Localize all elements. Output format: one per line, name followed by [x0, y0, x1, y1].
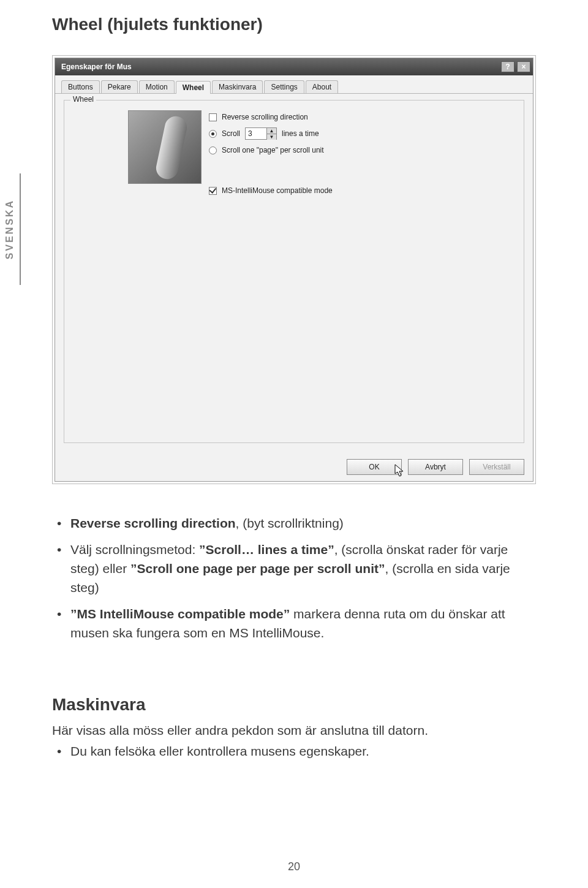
maskinvara-intro: Här visas alla möss eller andra pekdon s…: [52, 721, 518, 740]
maskinvara-bullets: • Du kan felsöka eller kontrollera musen…: [52, 742, 518, 761]
wheel-controls: Reverse scrolling direction Scroll 3 ▲ ▼: [209, 110, 516, 195]
tab-about[interactable]: About: [306, 80, 338, 93]
wheel-image: [128, 110, 202, 184]
tab-wheel[interactable]: Wheel: [176, 81, 211, 94]
intellimouse-checkbox[interactable]: [209, 187, 217, 195]
bullet2-term2: ”Scroll one page per page per scroll uni…: [130, 561, 385, 575]
tab-pekare[interactable]: Pekare: [101, 80, 138, 93]
lines-suffix-label: lines a time: [282, 129, 319, 138]
maskinvara-heading: Maskinvara: [52, 695, 146, 715]
spinner-up-icon[interactable]: ▲: [266, 128, 276, 134]
apply-button[interactable]: Verkställ: [469, 459, 524, 475]
titlebar-text: Egenskaper för Mus: [61, 63, 132, 71]
tab-settings[interactable]: Settings: [264, 80, 304, 93]
groupbox-label: Wheel: [70, 95, 96, 104]
dialog-buttons: OK Avbryt Verkställ: [55, 453, 533, 481]
language-side-tab-label: SVENSKA: [4, 199, 15, 259]
tabs-row: Buttons Pekare Motion Wheel Maskinvara S…: [55, 75, 533, 94]
titlebar: Egenskaper för Mus ? ×: [55, 58, 533, 75]
tab-motion[interactable]: Motion: [139, 80, 175, 93]
scroll-lines-radio[interactable]: [209, 130, 217, 138]
dialog-screenshot: Egenskaper för Mus ? × Buttons Pekare Mo…: [52, 55, 536, 484]
lines-value[interactable]: 3: [246, 128, 266, 139]
reverse-checkbox[interactable]: [209, 113, 217, 121]
bullet-reverse-tail: , (byt scrollriktning): [236, 516, 344, 530]
bullet-reverse-term: Reverse scrolling direction: [70, 516, 236, 530]
bullet2-term1: ”Scroll… lines a time”: [199, 542, 334, 556]
language-side-tab: SVENSKA: [0, 173, 21, 285]
tab-buttons[interactable]: Buttons: [61, 80, 100, 93]
scroll-page-radio[interactable]: [209, 146, 217, 154]
page-number: 20: [0, 860, 588, 873]
help-button[interactable]: ?: [501, 61, 514, 72]
page-title: Wheel (hjulets funktioner): [52, 15, 263, 34]
wheel-groupbox: Wheel Reverse scrolling direction Scroll: [64, 100, 524, 443]
mouse-properties-dialog: Egenskaper för Mus ? × Buttons Pekare Mo…: [55, 58, 533, 482]
spinner-down-icon[interactable]: ▼: [266, 134, 276, 140]
bullet-scroll-method: Välj scrollningsmetod: ”Scroll… lines a …: [52, 540, 518, 597]
tab-maskinvara[interactable]: Maskinvara: [212, 80, 263, 93]
reverse-label: Reverse scrolling direction: [222, 113, 308, 121]
bullet-reverse: Reverse scrolling direction, (byt scroll…: [52, 514, 518, 533]
cancel-button[interactable]: Avbryt: [408, 459, 463, 475]
scroll-label: Scroll: [222, 129, 240, 138]
bullet3-term: ”MS IntelliMouse compatible mode”: [70, 607, 290, 621]
close-button[interactable]: ×: [517, 61, 530, 72]
bullet2-lead: Välj scrollningsmetod:: [70, 542, 199, 556]
intellimouse-label: MS-IntelliMouse compatible mode: [222, 186, 333, 195]
tab-body: Wheel Reverse scrolling direction Scroll: [55, 94, 533, 453]
scroll-page-label: Scroll one "page" per scroll unit: [222, 146, 324, 154]
ok-button[interactable]: OK: [347, 459, 402, 475]
maskinvara-bullet-text: Du kan felsöka eller kontrollera musens …: [70, 744, 369, 758]
lines-spinner[interactable]: 3 ▲ ▼: [245, 127, 277, 140]
body-bullets: Reverse scrolling direction, (byt scroll…: [52, 514, 518, 650]
bullet-intellimouse: ”MS IntelliMouse compatible mode” marker…: [52, 604, 518, 642]
